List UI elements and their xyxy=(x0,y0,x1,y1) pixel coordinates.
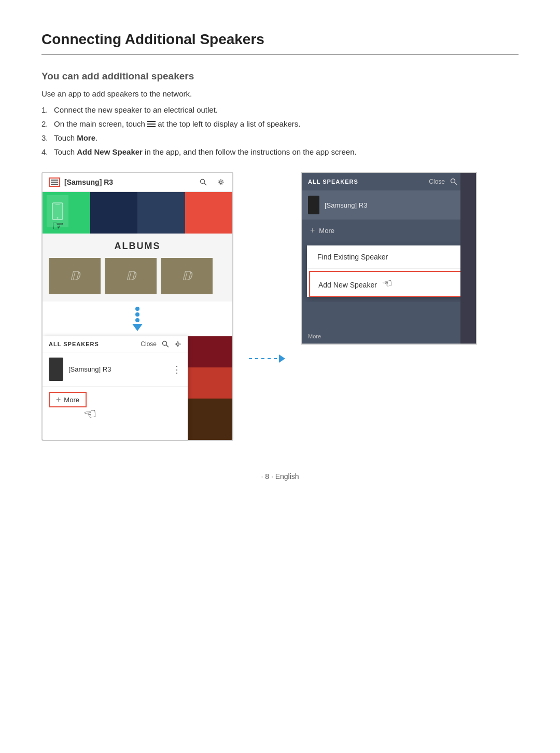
footer-text: · 8 · English xyxy=(261,472,299,481)
step-3-text: Touch More. xyxy=(54,133,97,142)
search-icon-panel[interactable] xyxy=(162,340,169,348)
svg-rect-6 xyxy=(52,203,63,220)
phone-header-right xyxy=(198,177,226,187)
app-title-text: [Samsung] R3 xyxy=(64,178,113,186)
svg-line-13 xyxy=(455,183,457,185)
albums-grid: 𝔻 𝔻 𝔻 xyxy=(49,258,226,294)
settings-icon[interactable] xyxy=(216,177,226,187)
right-search-icon[interactable] xyxy=(450,178,457,185)
more-row: + More ☞ xyxy=(43,387,188,413)
more-button[interactable]: + More xyxy=(49,392,87,407)
step-2-text-before: On the main screen, touch xyxy=(54,119,147,128)
right-speaker-row: [Samsung] R3 ⋮ xyxy=(302,190,476,220)
svg-line-10 xyxy=(166,345,169,348)
darkblue-band xyxy=(90,192,138,234)
right-more-row: + More xyxy=(302,221,476,240)
right-speaker-device-icon xyxy=(308,196,319,214)
right-more-label: More xyxy=(319,227,334,235)
step-num-2: 2. xyxy=(41,119,48,128)
page-title: Connecting Additional Speakers xyxy=(41,31,519,55)
page-footer: · 8 · English xyxy=(41,472,519,481)
speaker-device-icon xyxy=(49,358,63,381)
red-band xyxy=(185,192,233,234)
albums-section: ALBUMS 𝔻 𝔻 𝔻 xyxy=(43,234,232,302)
right-all-speakers-label: ALL SPEAKERS xyxy=(308,179,358,185)
step-2-text-after: at the top left to display a list of spe… xyxy=(158,119,300,128)
all-speakers-label: ALL SPEAKERS xyxy=(49,341,99,347)
speakers-overlay-panel: ALL SPEAKERS Close [Samsung] R3 ⋮ xyxy=(43,336,188,441)
step-3: 3. Touch More. xyxy=(41,133,519,142)
right-speaker-name: [Samsung] R3 xyxy=(325,201,455,209)
svg-line-4 xyxy=(204,183,207,186)
step-4: 4. Touch Add New Speaker in the app, and… xyxy=(41,147,519,156)
album-thumb-2: 𝔻 xyxy=(105,258,157,294)
diagrams-container: [Samsung] R3 ☞ xyxy=(41,172,519,441)
svg-point-12 xyxy=(451,179,455,183)
step-num-3: 3. xyxy=(41,133,48,142)
pointing-hand-hamburger: ☞ xyxy=(52,218,64,234)
find-existing-speaker-item[interactable]: Find Existing Speaker xyxy=(307,245,471,269)
speaker-options-dots[interactable]: ⋮ xyxy=(172,364,181,375)
hamburger-line-2 xyxy=(51,182,58,183)
step-num-4: 4. xyxy=(41,147,48,156)
right-plus-icon: + xyxy=(310,226,315,235)
dot-3 xyxy=(135,318,139,322)
dropdown-popup: Find Existing Speaker Add New Speaker ☞ xyxy=(307,245,471,297)
add-new-speaker-item[interactable]: Add New Speaker ☞ xyxy=(309,271,469,297)
step-4-text: Touch Add New Speaker in the app, and th… xyxy=(54,147,357,156)
arrow-right-dashed xyxy=(249,351,285,366)
dot-2 xyxy=(135,312,139,317)
add-new-speaker-label: Add New Speaker xyxy=(318,281,377,289)
steps-list: 1. Connect the new speaker to an electri… xyxy=(41,105,519,156)
plus-icon: + xyxy=(56,395,61,404)
color-band: ☞ xyxy=(43,192,232,234)
right-edge-strip xyxy=(460,173,476,344)
dotted-arrow-down xyxy=(132,307,143,331)
panel-spacer xyxy=(43,413,188,441)
lower-phone-area: ALL SPEAKERS Close [Samsung] R3 ⋮ xyxy=(43,336,232,440)
right-lower-label: More xyxy=(308,333,321,339)
phone-app-header: [Samsung] R3 xyxy=(43,173,232,192)
right-panel-mockup: ALL SPEAKERS Close [Samsung] R3 ⋮ + More… xyxy=(301,172,477,345)
svg-point-5 xyxy=(220,181,222,184)
left-phone-mockup: [Samsung] R3 ☞ xyxy=(41,172,233,441)
phone-header-left: [Samsung] R3 xyxy=(49,177,113,187)
arrow-head xyxy=(132,324,143,331)
pointing-hand-more: ☞ xyxy=(82,404,98,423)
hamburger-button[interactable] xyxy=(49,177,60,187)
speakers-panel-header: ALL SPEAKERS Close xyxy=(43,336,188,352)
step-2: 2. On the main screen, touch at the top … xyxy=(41,119,519,128)
album-thumb-1: 𝔻 xyxy=(49,258,101,294)
speaker-row: [Samsung] R3 ⋮ xyxy=(43,352,188,387)
step-1-text: Connect the new speaker to an electrical… xyxy=(54,105,218,114)
settings-icon-panel[interactable] xyxy=(174,340,181,348)
hamburger-line-1 xyxy=(51,180,58,181)
more-label: More xyxy=(64,396,79,404)
step-num-1: 1. xyxy=(41,105,48,114)
pointing-hand-add-speaker: ☞ xyxy=(381,276,394,291)
albums-title: ALBUMS xyxy=(49,241,226,252)
close-label[interactable]: Close xyxy=(141,340,157,348)
step-1: 1. Connect the new speaker to an electri… xyxy=(41,105,519,114)
album-thumb-3: 𝔻 xyxy=(161,258,213,294)
dot-1 xyxy=(135,307,139,311)
right-lower-area: More xyxy=(302,302,476,344)
navy-band xyxy=(137,192,185,234)
speaker-name: [Samsung] R3 xyxy=(68,365,167,373)
hamburger-inline-icon xyxy=(147,120,156,128)
svg-point-3 xyxy=(201,180,205,184)
hamburger-line-3 xyxy=(51,184,58,185)
section-subtitle: You can add additional speakers xyxy=(41,71,519,82)
arrow-down-section xyxy=(43,302,232,336)
svg-point-11 xyxy=(177,343,179,346)
right-panel-header: ALL SPEAKERS Close xyxy=(302,173,476,190)
svg-point-9 xyxy=(163,341,167,346)
intro-text: Use an app to add speakers to the networ… xyxy=(41,89,519,98)
panel-header-actions: Close xyxy=(141,340,181,348)
right-close-label[interactable]: Close xyxy=(429,178,445,185)
search-icon[interactable] xyxy=(198,177,208,187)
